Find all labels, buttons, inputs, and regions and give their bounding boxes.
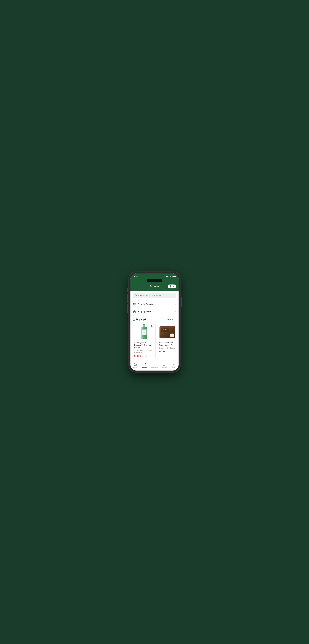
cart-button[interactable]: 2: [168, 284, 176, 288]
notch: [130, 279, 178, 283]
product-name-coffee: Single-Serve Coff Cups - Variety Pa: [159, 341, 176, 346]
status-bar: 9:41: [130, 274, 178, 279]
cart-icon: [170, 285, 172, 288]
svg-rect-30: [153, 363, 156, 365]
category-chevron: ›: [175, 303, 176, 306]
svg-point-36: [173, 363, 174, 364]
coffee-box-svg: CAZA TRAIL VARIETY PACK: [159, 325, 176, 340]
brand-chevron: ›: [175, 310, 176, 313]
product-price-row-coffee: $17.99: [159, 350, 176, 353]
wifi-icon: [169, 276, 171, 277]
add-to-cart-button-pellegrino[interactable]: [150, 324, 154, 328]
svg-text:VARIETY PACK: VARIETY PACK: [162, 330, 168, 332]
nav-home[interactable]: Home: [132, 363, 139, 368]
cart-count: 2: [173, 286, 174, 288]
section-title-row: Buy Again: [132, 318, 147, 321]
plus-icon: [151, 325, 153, 327]
product-price-row-pellegrino: $10.99 $12.99: [134, 355, 154, 358]
category-label: Shop by Category: [138, 303, 174, 306]
view-all-button[interactable]: VIEW ALL 3: [166, 318, 176, 320]
status-icons: [166, 276, 176, 278]
buy-again-section: Buy Again VIEW ALL 3: [130, 316, 178, 361]
payments-icon: [153, 363, 156, 366]
svg-rect-13: [143, 324, 145, 325]
product-size-coffee: 20 oz. - Bottle - Case of: [159, 347, 176, 349]
search-bar[interactable]: [132, 293, 176, 298]
nav-browse[interactable]: Browse: [141, 363, 149, 368]
svg-rect-20: [142, 334, 146, 334]
product-price-original-pellegrino: $12.99: [142, 355, 147, 357]
shop-by-brand-item[interactable]: Shop by Brand ›: [130, 308, 178, 315]
pellegrino-bottle-svg: ★: [140, 324, 148, 341]
shop-by-category-item[interactable]: Shop by Category ›: [130, 301, 178, 308]
svg-point-1: [171, 287, 171, 288]
nav-payments-label: Payments: [151, 366, 158, 368]
nav-invoices-label: Invoices: [162, 366, 167, 368]
svg-point-22: [160, 326, 175, 328]
page-title: Browse: [141, 285, 168, 288]
product-card-pellegrino: ★ S.Pellegrino® Essenza™ Sparkling Natur…: [132, 322, 156, 359]
bottom-nav: Home Browse Payments: [130, 361, 178, 370]
search-section: [130, 291, 178, 300]
section-header: Buy Again VIEW ALL 3: [132, 318, 176, 321]
product-image-coffee: CAZA TRAIL VARIETY PACK: [159, 324, 176, 340]
svg-text:CAZA TRAIL: CAZA TRAIL: [162, 329, 168, 330]
battery-icon: [172, 276, 176, 277]
svg-rect-19: [142, 330, 146, 330]
products-row: ★ S.Pellegrino® Essenza™ Sparkling Natur…: [132, 322, 176, 361]
nav-browse-label: Browse: [142, 366, 148, 368]
nav-account-label: Account: [171, 366, 176, 368]
history-icon: [132, 318, 135, 321]
svg-point-29: [144, 363, 146, 365]
product-card-coffee: CAZA TRAIL VARIETY PACK Single-S: [157, 322, 176, 359]
browse-icon: [143, 363, 146, 366]
home-icon: [134, 363, 137, 366]
nav-home-label: Home: [133, 366, 137, 368]
category-icon: [133, 303, 136, 306]
brand-label: Shop by Brand: [138, 310, 174, 313]
svg-rect-28: [170, 336, 174, 337]
account-icon: [172, 363, 175, 366]
nav-invoices[interactable]: Invoices: [160, 363, 168, 368]
nav-payments[interactable]: Payments: [150, 363, 158, 368]
invoices-icon: [162, 363, 166, 366]
signal-icon: [166, 276, 168, 278]
product-price-current-pellegrino: $10.99: [134, 355, 141, 358]
svg-point-9: [133, 305, 134, 305]
search-icon: [134, 294, 137, 296]
buy-again-title: Buy Again: [136, 318, 147, 321]
app-header: Browse 2: [130, 283, 178, 291]
product-name-pellegrino: S.Pellegrino® Essenza™ Sparkling Natural…: [134, 341, 154, 349]
product-size-pellegrino: .5 Liter (16.9 oz.) - Bottle - Case of 2…: [134, 350, 154, 354]
svg-point-7: [133, 304, 134, 304]
product-price-coffee: $17.99: [159, 350, 165, 353]
menu-section: Shop by Category › Shop by Brand ›: [130, 301, 178, 315]
svg-point-3: [135, 294, 136, 296]
svg-point-2: [172, 287, 172, 288]
search-input[interactable]: [138, 294, 174, 296]
svg-text:★: ★: [143, 331, 145, 333]
svg-point-0: [170, 277, 170, 277]
status-time: 9:41: [134, 275, 138, 278]
brand-icon: [133, 310, 136, 313]
svg-point-8: [133, 304, 134, 304]
nav-account[interactable]: Account: [170, 363, 178, 368]
svg-rect-14: [143, 325, 145, 327]
svg-rect-23: [161, 328, 169, 332]
